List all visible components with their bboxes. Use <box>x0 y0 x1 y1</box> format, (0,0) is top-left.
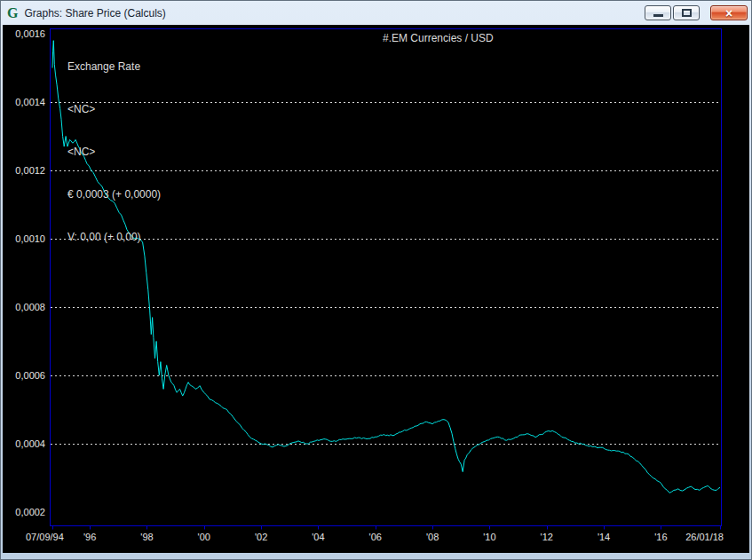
x-axis-tick-label: '16 <box>654 532 667 542</box>
x-axis-tick-label: '04 <box>312 532 324 542</box>
minimize-button[interactable] <box>645 5 671 20</box>
y-axis-tick-label: 0,0014 <box>15 97 45 107</box>
last-price-line: € 0,0003 (+ 0,0000) <box>67 187 161 201</box>
x-axis-tick-label: '06 <box>369 532 382 542</box>
y-axis-tick-label: 0,0004 <box>15 438 45 449</box>
quote-nc-line-2: <NC> <box>67 145 161 159</box>
volume-line: V: 0,00 (+ 0,00) <box>67 230 161 244</box>
y-axis-tick-label: 0,0016 <box>15 28 45 39</box>
chart-area: 0,00160,00140,00120,00100,00080,00060,00… <box>3 25 749 553</box>
app-g-icon: G <box>7 6 18 20</box>
instrument-name-label: #.EM Currencies / USD <box>383 31 494 45</box>
maximize-button[interactable] <box>673 5 700 20</box>
x-axis-tick-label: '02 <box>255 532 267 542</box>
x-axis-tick-label: '98 <box>140 532 153 542</box>
x-axis-tick-label: '10 <box>483 532 495 542</box>
graphs-window: G Graphs: Share Price (Calculs) × 0,0016… <box>0 0 752 560</box>
x-axis-tick-label: '00 <box>198 532 210 542</box>
x-axis-tick-label: '96 <box>83 532 96 542</box>
minimize-icon <box>653 14 663 17</box>
close-icon: × <box>725 7 732 20</box>
y-axis-tick-label: 0,0012 <box>15 165 45 176</box>
maximize-icon <box>682 9 692 17</box>
x-axis-tick-label: '14 <box>598 532 610 542</box>
x-axis-tick-label: 26/01/18 <box>685 532 724 542</box>
chart-title: Exchange Rate <box>67 59 161 74</box>
window-controls: × <box>643 5 748 20</box>
y-axis-tick-label: 0,0002 <box>15 507 45 517</box>
window-title: Graphs: Share Price (Calculs) <box>24 7 165 20</box>
quote-info-block: Exchange Rate <NC> <NC> € 0,0003 (+ 0,00… <box>67 31 161 272</box>
close-button[interactable]: × <box>710 5 748 20</box>
y-axis-tick-label: 0,0006 <box>15 370 45 381</box>
y-axis-tick-label: 0,0008 <box>15 302 45 312</box>
x-axis-tick-label: 07/09/94 <box>26 532 64 542</box>
titlebar[interactable]: G Graphs: Share Price (Calculs) × <box>1 1 751 25</box>
quote-nc-line-1: <NC> <box>67 102 161 116</box>
x-axis-tick-label: '12 <box>541 532 553 542</box>
x-axis-tick-label: '08 <box>426 532 439 542</box>
y-axis-tick-label: 0,0010 <box>15 233 45 244</box>
